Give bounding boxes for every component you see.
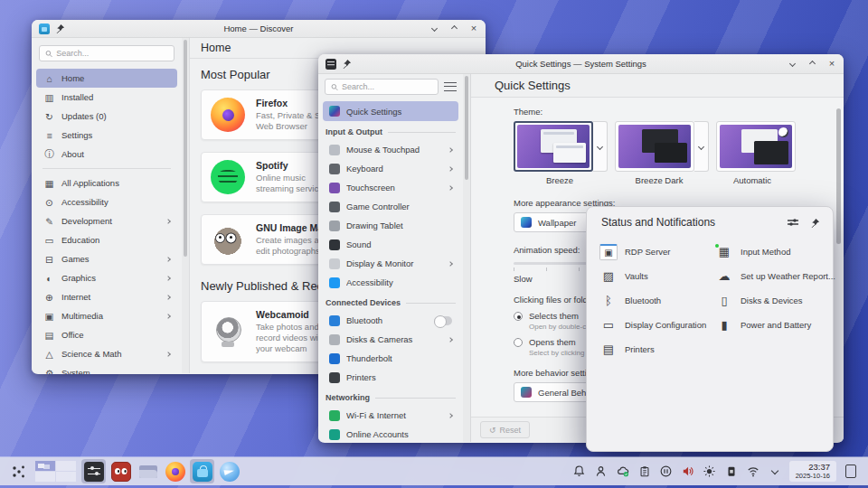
theme-breeze-dark-variants-button[interactable] xyxy=(694,121,709,172)
virtual-desktop-pager[interactable] xyxy=(35,461,76,482)
discover-nav-item[interactable]: ▥ Installed xyxy=(36,88,177,107)
desktop-3[interactable] xyxy=(35,472,55,482)
user-switcher-icon[interactable] xyxy=(592,461,610,481)
sidebar-section-header: Input & Output xyxy=(326,127,456,136)
cloud-sync-icon[interactable] xyxy=(614,461,632,481)
taskbar-firefox[interactable] xyxy=(163,459,187,483)
theme-breeze-thumbnail[interactable] xyxy=(514,121,593,172)
sidebar-item[interactable]: Printers xyxy=(323,368,458,387)
discover-nav-item[interactable]: ⓘ About xyxy=(36,145,177,164)
discover-category-item[interactable]: △ Science & Math xyxy=(36,344,177,363)
close-button[interactable]: × xyxy=(469,24,478,33)
discover-nav-item[interactable]: ≡ Settings xyxy=(36,126,177,145)
status-item-icon: ▤ xyxy=(599,342,618,358)
bluetooth-toggle[interactable] xyxy=(434,316,452,325)
category-label: Office xyxy=(61,330,170,340)
menu-icon[interactable] xyxy=(444,82,457,91)
status-item-icon: ᛒ xyxy=(599,293,618,309)
status-item[interactable]: ▦ Input Method xyxy=(710,239,826,264)
sidebar-item[interactable]: Bluetooth xyxy=(323,311,458,330)
app-launcher-button[interactable] xyxy=(6,459,31,483)
pin-icon[interactable] xyxy=(342,59,352,69)
discover-category-item[interactable]: ▦ All Applications xyxy=(36,174,177,192)
search-input[interactable] xyxy=(342,82,432,91)
discover-category-item[interactable]: ⊕ Internet xyxy=(36,287,177,306)
sidebar-scrollbar[interactable] xyxy=(463,74,470,442)
discover-category-item[interactable]: ▣ Multimedia xyxy=(36,306,177,325)
reset-button[interactable]: ↺ Reset xyxy=(480,421,530,438)
content-scrollbar[interactable] xyxy=(836,108,841,244)
discover-category-item[interactable]: ✎ Development xyxy=(36,211,177,230)
sidebar-scrollbar[interactable] xyxy=(182,38,189,373)
status-item[interactable]: ▨ Vaults xyxy=(594,264,710,288)
taskbar-dolphin[interactable] xyxy=(136,459,160,483)
theme-automatic-thumbnail[interactable] xyxy=(716,121,796,172)
battery-indicator-icon[interactable] xyxy=(722,461,741,481)
sidebar-item[interactable]: Accessibility xyxy=(323,273,458,292)
status-item-label: Printers xyxy=(625,344,655,354)
discover-category-item[interactable]: ⊙ Accessibility xyxy=(36,192,177,211)
notifications-icon[interactable] xyxy=(571,461,589,481)
clipboard-icon[interactable] xyxy=(636,461,654,481)
search-input[interactable] xyxy=(56,49,168,58)
theme-breeze-dark-thumbnail[interactable] xyxy=(615,121,694,172)
volume-icon[interactable] xyxy=(679,461,697,481)
status-item[interactable]: ᛒ Bluetooth xyxy=(594,288,710,313)
close-button[interactable]: × xyxy=(827,60,836,69)
theme-breeze-variants-button[interactable] xyxy=(593,121,608,172)
sidebar-item[interactable]: Sound xyxy=(323,235,458,254)
taskbar-discover[interactable] xyxy=(190,459,214,483)
discover-titlebar[interactable]: Home — Discover × xyxy=(32,20,486,38)
status-item[interactable]: ☁ Set up Weather Report... xyxy=(710,264,826,288)
sidebar-item[interactable]: Mouse & Touchpad xyxy=(323,140,458,159)
minimize-button[interactable] xyxy=(429,24,439,33)
discover-nav-item[interactable]: ↻ Updates (0) xyxy=(36,107,177,126)
media-app-icon xyxy=(111,462,131,482)
discover-category-item[interactable]: ⊟ Games xyxy=(36,249,177,268)
discover-category-item[interactable]: ◐ Graphics xyxy=(36,268,177,287)
sidebar-item[interactable]: Game Controller xyxy=(323,197,458,216)
category-icon: ⊕ xyxy=(43,292,55,303)
pin-icon[interactable] xyxy=(55,23,65,33)
settings-titlebar[interactable]: Quick Settings — System Settings × xyxy=(318,54,844,74)
sidebar-item[interactable]: Wi-Fi & Internet xyxy=(323,406,458,425)
desktop-1[interactable] xyxy=(35,461,55,471)
minimize-button[interactable] xyxy=(788,60,797,69)
sidebar-item[interactable]: Disks & Cameras xyxy=(323,330,458,349)
sidebar-item[interactable]: Display & Monitor xyxy=(323,254,458,273)
clock[interactable]: 23:37 2025-10-16 xyxy=(789,461,836,482)
status-item[interactable]: ▯ Disks & Devices xyxy=(710,288,826,313)
nav-item-label: Updates (0) xyxy=(61,111,170,121)
brightness-icon[interactable] xyxy=(701,461,719,481)
sidebar-item[interactable]: Touchscreen xyxy=(323,178,458,197)
sidebar-item[interactable]: Online Accounts xyxy=(323,425,458,443)
discover-sidebar: ⌂ Home ▥ Installed ↻ Updates (0) xyxy=(32,38,182,373)
maximize-button[interactable] xyxy=(807,60,816,69)
status-item[interactable]: ▮ Power and Battery xyxy=(710,313,826,337)
taskbar-media-app[interactable] xyxy=(108,459,133,483)
taskbar-system-settings[interactable] xyxy=(81,459,106,483)
sidebar-item[interactable]: Keyboard xyxy=(323,159,458,178)
configure-icon[interactable] xyxy=(787,217,799,228)
pin-icon[interactable] xyxy=(810,218,820,228)
settings-search[interactable] xyxy=(325,79,439,95)
maximize-button[interactable] xyxy=(449,24,458,33)
taskbar-travel-app[interactable] xyxy=(217,459,241,483)
media-playback-icon[interactable] xyxy=(657,461,675,481)
expand-tray-icon[interactable] xyxy=(766,461,784,481)
show-desktop-button[interactable] xyxy=(845,465,856,478)
sidebar-item[interactable]: Drawing Tablet xyxy=(323,216,458,235)
sidebar-item[interactable]: Thunderbolt xyxy=(323,349,458,368)
discover-category-item[interactable]: ▭ Education xyxy=(36,230,177,249)
status-item[interactable]: ▤ Printers xyxy=(594,337,710,361)
status-item[interactable]: ▣ RDP Server xyxy=(594,239,710,264)
desktop-2[interactable] xyxy=(56,461,76,471)
wifi-icon[interactable] xyxy=(744,461,762,481)
discover-search[interactable] xyxy=(39,45,175,61)
discover-category-item[interactable]: ⚙ System xyxy=(36,363,177,374)
desktop-4[interactable] xyxy=(56,472,76,482)
sidebar-item-quick-settings[interactable]: Quick Settings xyxy=(323,101,458,121)
status-item[interactable]: ▭ Display Configuration xyxy=(594,313,710,337)
discover-category-item[interactable]: ▤ Office xyxy=(36,325,177,344)
discover-nav-item[interactable]: ⌂ Home xyxy=(36,69,177,88)
